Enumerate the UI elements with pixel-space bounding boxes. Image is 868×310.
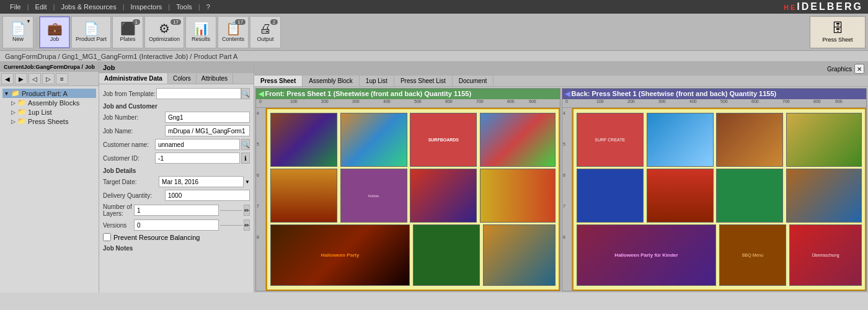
new-button[interactable]: 📄 New ▼	[2, 16, 33, 48]
mid-panel-header: Job	[99, 62, 254, 73]
canvas-close-btn[interactable]: ✕	[854, 64, 864, 74]
menu-tools[interactable]: Tools	[171, 3, 197, 11]
tab-colors[interactable]: Colors	[168, 73, 197, 84]
results-icon: 📊	[193, 22, 209, 35]
target-date-dropdown[interactable]: ▼	[245, 179, 250, 185]
customer-name-row: Customer name: 🔍	[103, 139, 250, 150]
toolbar-sep-1	[36, 17, 37, 48]
job-name-label: Job Name:	[103, 128, 165, 135]
front-sheet-panel: ◀ Front: Press Sheet 1 (Sheetwise (front…	[255, 88, 560, 291]
left-menu-btn[interactable]: ≡	[56, 73, 68, 84]
expand-btn[interactable]: ▶	[15, 73, 27, 84]
versions-edit-btn[interactable]: ✏	[244, 219, 250, 231]
tree-arrow-4: ▷	[11, 118, 16, 125]
menu-help[interactable]: ?	[202, 3, 215, 11]
canvas-tab-document[interactable]: Document	[453, 76, 494, 86]
left-panel-toolbar: ◀ ▶ ◁ ▷ ≡	[0, 72, 99, 86]
job-notes-label: Job Notes	[103, 245, 250, 252]
versions-input[interactable]	[134, 219, 219, 231]
back-indicator: ◀	[565, 90, 570, 97]
product-part-button[interactable]: 📄 Product Part	[71, 16, 111, 48]
customer-id-input[interactable]	[155, 153, 240, 164]
delivery-qty-input[interactable]	[165, 190, 250, 201]
menu-jobs[interactable]: Jobs & Resources	[56, 3, 121, 11]
contents-badge: 17	[235, 19, 246, 25]
tree-folder-icon-4: 📁	[17, 117, 26, 125]
mid-content: Job from Template: 🔍 Job and Customer Jo…	[99, 84, 254, 293]
new-dropdown-arrow: ▼	[26, 19, 31, 24]
tree-folder-icon-1: 📁	[11, 89, 20, 97]
tree-1up-list-label: 1up List	[28, 108, 52, 116]
versions-slider: ————	[220, 222, 242, 228]
collapse-btn[interactable]: ◀	[1, 73, 14, 84]
tab-administrative[interactable]: Administrative Data	[99, 73, 168, 84]
press-sheet-icon: 🗄	[831, 21, 844, 35]
tree-assembly-blocks[interactable]: ▷ 📁 Assembly Blocks	[10, 98, 96, 107]
left-nav-prev[interactable]: ◁	[29, 73, 41, 84]
customer-id-label: Customer ID:	[103, 155, 154, 162]
canvas-tabs: Press Sheet Assembly Block 1up List Pres…	[254, 76, 868, 87]
menu-inspectors[interactable]: Inspectors	[126, 3, 167, 11]
mid-panel-title: Job	[103, 64, 115, 71]
menu-edit[interactable]: Edit	[30, 3, 52, 11]
plates-button[interactable]: ⬛ 1 Plates	[112, 16, 143, 48]
canvas-tab-1up-list[interactable]: 1up List	[360, 76, 394, 86]
toolbar: 📄 New ▼ 💼 Job 📄 Product Part ⬛ 1 Plates …	[0, 14, 868, 51]
results-button[interactable]: 📊 Results	[185, 16, 216, 48]
job-button[interactable]: 💼 Job	[39, 16, 70, 48]
prevent-balancing-label: Prevent Resource Balancing	[113, 234, 200, 241]
output-badge: 2	[270, 19, 278, 25]
left-nav-next[interactable]: ▷	[42, 73, 55, 84]
optimization-label: Optimization	[149, 36, 180, 42]
front-sheet-header: ◀ Front: Press Sheet 1 (Sheetwise (front…	[256, 89, 560, 99]
optimization-button[interactable]: ⚙ 17 Optimization	[144, 16, 184, 48]
canvas-main: ◀ Front: Press Sheet 1 (Sheetwise (front…	[254, 87, 868, 293]
num-layers-edit-btn[interactable]: ✏	[244, 205, 250, 216]
tree-press-sheets-label: Press Sheets	[28, 118, 68, 125]
target-date-label: Target Date:	[103, 179, 157, 185]
tree-press-sheets[interactable]: ▷ 📁 Press Sheets	[10, 117, 96, 126]
job-name-input[interactable]	[165, 125, 250, 136]
tree-product-part-label: Product Part: A	[22, 90, 68, 97]
customer-name-label: Customer name:	[103, 141, 154, 148]
back-sheet-content: SURF CREATE Halloween Party für Kinder	[572, 108, 866, 291]
num-layers-row: Number of Layers: ———— ✏	[103, 203, 250, 217]
versions-label: Versions	[103, 222, 133, 229]
press-sheet-button[interactable]: 🗄 Press Sheet	[810, 16, 866, 48]
customer-name-input[interactable]	[155, 139, 240, 150]
job-from-template-input[interactable]	[156, 88, 241, 99]
delivery-qty-label: Delivery Quantity:	[103, 192, 165, 199]
plates-label: Plates	[120, 36, 136, 42]
product-part-label: Product Part	[76, 36, 107, 42]
menu-file[interactable]: File	[5, 3, 26, 11]
tree-assembly-blocks-label: Assembly Blocks	[28, 99, 79, 107]
tree-folder-icon-3: 📁	[17, 108, 26, 116]
left-panel-title: CurrentJob:GangFormDrupa /	[4, 64, 83, 70]
main-layout: CurrentJob:GangFormDrupa / Job ◀ ▶ ◁ ▷ ≡…	[0, 62, 868, 293]
target-date-input[interactable]	[159, 176, 244, 187]
versions-row: Versions ———— ✏	[103, 219, 250, 231]
tree-1up-list[interactable]: ▷ 📁 1up List	[10, 107, 96, 117]
customer-name-search-btn[interactable]: 🔍	[241, 139, 250, 150]
num-layers-label: Number of Layers:	[103, 203, 133, 217]
menu-bar: File | Edit | Jobs & Resources | Inspect…	[0, 0, 868, 14]
customer-id-info-btn[interactable]: ℹ	[241, 153, 250, 164]
tab-attributes[interactable]: Attributes	[197, 73, 233, 84]
front-indicator: ◀	[259, 90, 264, 97]
tree-arrow-2: ▷	[11, 100, 16, 106]
job-template-search-btn[interactable]: 🔍	[241, 88, 250, 99]
contents-button[interactable]: 📋 17 Contents	[218, 16, 249, 48]
job-number-input[interactable]	[165, 112, 250, 123]
front-ruler: 0 100 200 300 400 500 600 700 800 900	[256, 99, 560, 108]
canvas-tab-assembly-block[interactable]: Assembly Block	[303, 76, 360, 86]
canvas-tab-press-sheet-list[interactable]: Press Sheet List	[394, 76, 453, 86]
num-layers-input[interactable]	[134, 205, 219, 216]
job-icon: 💼	[47, 22, 63, 35]
output-button[interactable]: 🖨 2 Output	[250, 16, 281, 48]
prevent-balancing-row: Prevent Resource Balancing	[103, 233, 250, 241]
results-label: Results	[192, 36, 210, 42]
tree-product-part[interactable]: ▼ 📁 Product Part: A	[2, 89, 96, 98]
canvas-tab-press-sheet[interactable]: Press Sheet	[254, 76, 303, 86]
new-label: New	[12, 36, 24, 42]
prevent-balancing-checkbox[interactable]	[103, 233, 111, 241]
